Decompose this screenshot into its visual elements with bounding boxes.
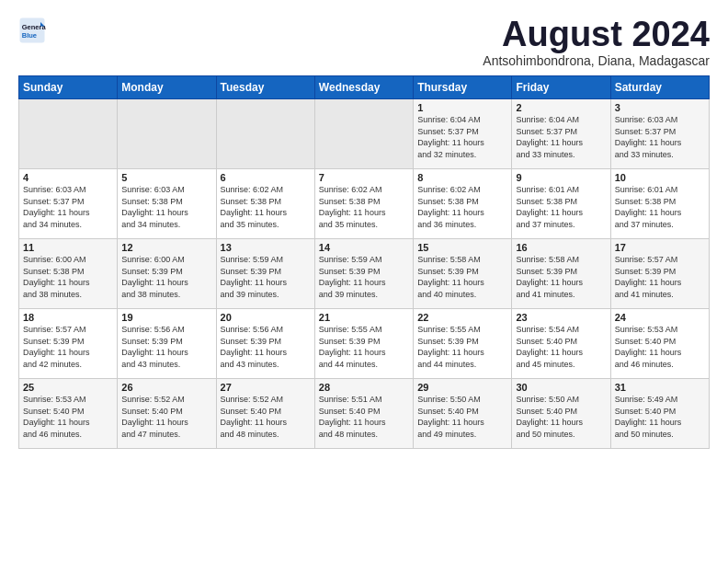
- calendar-cell: 11Sunrise: 6:00 AM Sunset: 5:38 PM Dayli…: [19, 239, 118, 309]
- calendar-cell: 8Sunrise: 6:02 AM Sunset: 5:38 PM Daylig…: [414, 169, 512, 239]
- day-info: Sunrise: 6:03 AM Sunset: 5:38 PM Dayligh…: [121, 184, 211, 230]
- day-number: 18: [23, 312, 113, 323]
- calendar-cell: 7Sunrise: 6:02 AM Sunset: 5:38 PM Daylig…: [314, 169, 413, 239]
- day-number: 9: [516, 172, 606, 183]
- day-info: Sunrise: 5:57 AM Sunset: 5:39 PM Dayligh…: [23, 324, 113, 370]
- day-info: Sunrise: 5:51 AM Sunset: 5:40 PM Dayligh…: [319, 394, 409, 440]
- col-saturday: Saturday: [610, 76, 709, 99]
- day-info: Sunrise: 6:02 AM Sunset: 5:38 PM Dayligh…: [417, 184, 507, 230]
- day-number: 1: [417, 102, 507, 113]
- day-number: 11: [23, 242, 113, 253]
- calendar-cell: 10Sunrise: 6:01 AM Sunset: 5:38 PM Dayli…: [610, 169, 709, 239]
- day-info: Sunrise: 5:59 AM Sunset: 5:39 PM Dayligh…: [221, 254, 311, 300]
- col-sunday: Sunday: [19, 76, 118, 99]
- calendar-header-row: Sunday Monday Tuesday Wednesday Thursday…: [19, 76, 710, 99]
- location-subtitle: Antsohimbondrona, Diana, Madagascar: [483, 53, 710, 68]
- logo-icon: General Blue: [18, 17, 46, 44]
- svg-text:General: General: [22, 23, 46, 31]
- calendar-cell: 19Sunrise: 5:56 AM Sunset: 5:39 PM Dayli…: [118, 309, 216, 379]
- day-number: 14: [319, 242, 409, 253]
- calendar-cell: 22Sunrise: 5:55 AM Sunset: 5:39 PM Dayli…: [414, 309, 512, 379]
- day-number: 13: [221, 242, 311, 253]
- day-info: Sunrise: 5:55 AM Sunset: 5:39 PM Dayligh…: [417, 324, 507, 370]
- calendar-cell: [216, 99, 314, 169]
- day-info: Sunrise: 5:52 AM Sunset: 5:40 PM Dayligh…: [221, 394, 311, 440]
- calendar-cell: 17Sunrise: 5:57 AM Sunset: 5:39 PM Dayli…: [610, 239, 709, 309]
- calendar-cell: 9Sunrise: 6:01 AM Sunset: 5:38 PM Daylig…: [512, 169, 610, 239]
- logo: General Blue: [18, 17, 46, 44]
- calendar-cell: 24Sunrise: 5:53 AM Sunset: 5:40 PM Dayli…: [610, 309, 709, 379]
- day-number: 12: [121, 242, 211, 253]
- page: General Blue August 2024 Antsohimbondron…: [0, 0, 728, 458]
- day-info: Sunrise: 5:58 AM Sunset: 5:39 PM Dayligh…: [516, 254, 606, 300]
- calendar-cell: 28Sunrise: 5:51 AM Sunset: 5:40 PM Dayli…: [314, 379, 413, 449]
- day-number: 27: [221, 382, 311, 393]
- day-number: 7: [319, 172, 409, 183]
- calendar-cell: 4Sunrise: 6:03 AM Sunset: 5:37 PM Daylig…: [19, 169, 118, 239]
- calendar-cell: 1Sunrise: 6:04 AM Sunset: 5:37 PM Daylig…: [414, 99, 512, 169]
- day-number: 28: [319, 382, 409, 393]
- day-info: Sunrise: 5:57 AM Sunset: 5:39 PM Dayligh…: [615, 254, 705, 300]
- calendar-cell: 15Sunrise: 5:58 AM Sunset: 5:39 PM Dayli…: [414, 239, 512, 309]
- day-info: Sunrise: 6:03 AM Sunset: 5:37 PM Dayligh…: [23, 184, 113, 230]
- day-number: 24: [615, 312, 705, 323]
- calendar-cell: 2Sunrise: 6:04 AM Sunset: 5:37 PM Daylig…: [512, 99, 610, 169]
- calendar-week-2: 4Sunrise: 6:03 AM Sunset: 5:37 PM Daylig…: [19, 169, 710, 239]
- day-number: 15: [417, 242, 507, 253]
- calendar-cell: [314, 99, 413, 169]
- day-info: Sunrise: 5:56 AM Sunset: 5:39 PM Dayligh…: [221, 324, 311, 370]
- day-info: Sunrise: 6:04 AM Sunset: 5:37 PM Dayligh…: [516, 114, 606, 160]
- day-info: Sunrise: 5:50 AM Sunset: 5:40 PM Dayligh…: [516, 394, 606, 440]
- calendar-cell: 30Sunrise: 5:50 AM Sunset: 5:40 PM Dayli…: [512, 379, 610, 449]
- calendar-table: Sunday Monday Tuesday Wednesday Thursday…: [18, 75, 710, 449]
- day-info: Sunrise: 5:52 AM Sunset: 5:40 PM Dayligh…: [121, 394, 211, 440]
- day-info: Sunrise: 5:50 AM Sunset: 5:40 PM Dayligh…: [417, 394, 507, 440]
- day-number: 25: [23, 382, 113, 393]
- calendar-cell: [118, 99, 216, 169]
- calendar-cell: 29Sunrise: 5:50 AM Sunset: 5:40 PM Dayli…: [414, 379, 512, 449]
- col-friday: Friday: [512, 76, 610, 99]
- month-year-title: August 2024: [483, 17, 710, 52]
- day-info: Sunrise: 5:53 AM Sunset: 5:40 PM Dayligh…: [615, 324, 705, 370]
- day-number: 20: [221, 312, 311, 323]
- day-number: 21: [319, 312, 409, 323]
- day-info: Sunrise: 5:59 AM Sunset: 5:39 PM Dayligh…: [319, 254, 409, 300]
- day-number: 29: [417, 382, 507, 393]
- calendar-week-4: 18Sunrise: 5:57 AM Sunset: 5:39 PM Dayli…: [19, 309, 710, 379]
- day-number: 16: [516, 242, 606, 253]
- day-info: Sunrise: 5:58 AM Sunset: 5:39 PM Dayligh…: [417, 254, 507, 300]
- day-number: 2: [516, 102, 606, 113]
- day-number: 10: [615, 172, 705, 183]
- calendar-cell: 25Sunrise: 5:53 AM Sunset: 5:40 PM Dayli…: [19, 379, 118, 449]
- calendar-cell: 18Sunrise: 5:57 AM Sunset: 5:39 PM Dayli…: [19, 309, 118, 379]
- calendar-cell: 12Sunrise: 6:00 AM Sunset: 5:39 PM Dayli…: [118, 239, 216, 309]
- day-number: 5: [121, 172, 211, 183]
- day-number: 22: [417, 312, 507, 323]
- day-info: Sunrise: 5:55 AM Sunset: 5:39 PM Dayligh…: [319, 324, 409, 370]
- calendar-week-1: 1Sunrise: 6:04 AM Sunset: 5:37 PM Daylig…: [19, 99, 710, 169]
- calendar-cell: 23Sunrise: 5:54 AM Sunset: 5:40 PM Dayli…: [512, 309, 610, 379]
- calendar-cell: [19, 99, 118, 169]
- day-info: Sunrise: 6:00 AM Sunset: 5:38 PM Dayligh…: [23, 254, 113, 300]
- col-wednesday: Wednesday: [314, 76, 413, 99]
- calendar-cell: 20Sunrise: 5:56 AM Sunset: 5:39 PM Dayli…: [216, 309, 314, 379]
- calendar-cell: 3Sunrise: 6:03 AM Sunset: 5:37 PM Daylig…: [610, 99, 709, 169]
- calendar-week-3: 11Sunrise: 6:00 AM Sunset: 5:38 PM Dayli…: [19, 239, 710, 309]
- calendar-body: 1Sunrise: 6:04 AM Sunset: 5:37 PM Daylig…: [19, 99, 710, 449]
- day-info: Sunrise: 6:01 AM Sunset: 5:38 PM Dayligh…: [516, 184, 606, 230]
- calendar-cell: 27Sunrise: 5:52 AM Sunset: 5:40 PM Dayli…: [216, 379, 314, 449]
- day-info: Sunrise: 6:04 AM Sunset: 5:37 PM Dayligh…: [417, 114, 507, 160]
- calendar-cell: 31Sunrise: 5:49 AM Sunset: 5:40 PM Dayli…: [610, 379, 709, 449]
- day-info: Sunrise: 5:54 AM Sunset: 5:40 PM Dayligh…: [516, 324, 606, 370]
- day-info: Sunrise: 5:49 AM Sunset: 5:40 PM Dayligh…: [615, 394, 705, 440]
- col-thursday: Thursday: [414, 76, 512, 99]
- svg-text:Blue: Blue: [22, 31, 37, 40]
- day-number: 6: [221, 172, 311, 183]
- day-info: Sunrise: 6:02 AM Sunset: 5:38 PM Dayligh…: [221, 184, 311, 230]
- day-number: 3: [615, 102, 705, 113]
- calendar-week-5: 25Sunrise: 5:53 AM Sunset: 5:40 PM Dayli…: [19, 379, 710, 449]
- day-info: Sunrise: 6:03 AM Sunset: 5:37 PM Dayligh…: [615, 114, 705, 160]
- day-number: 4: [23, 172, 113, 183]
- calendar-cell: 5Sunrise: 6:03 AM Sunset: 5:38 PM Daylig…: [118, 169, 216, 239]
- day-number: 8: [417, 172, 507, 183]
